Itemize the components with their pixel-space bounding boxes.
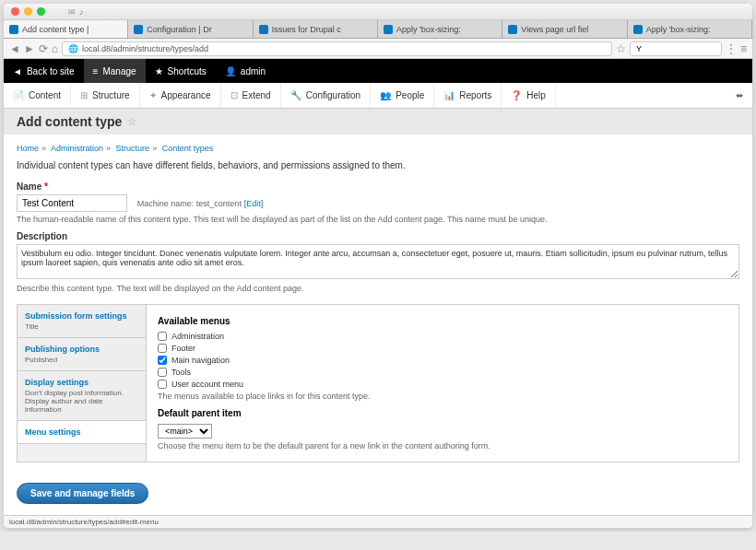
checkbox-label: User account menu xyxy=(171,380,243,389)
wrench-icon: 🔧 xyxy=(290,90,301,100)
drupal-icon xyxy=(633,25,643,34)
browser-tab[interactable]: Configuration | Dr xyxy=(128,20,253,38)
available-menus-title: Available menus xyxy=(158,316,727,326)
breadcrumb-link[interactable]: Administration xyxy=(51,144,103,153)
vtab-publishing[interactable]: Publishing optionsPublished xyxy=(18,338,146,371)
save-button[interactable]: Save and manage fields xyxy=(17,483,148,504)
shortcuts-button[interactable]: ★Shortcuts xyxy=(146,59,216,83)
description-help: Describe this content type. The text wil… xyxy=(17,284,739,293)
wand-icon: ✦ xyxy=(149,90,157,100)
browser-tab[interactable]: Issues for Drupal c xyxy=(254,20,378,38)
browser-tab[interactable]: Views page url fiel xyxy=(502,20,627,38)
forward-icon[interactable]: ► xyxy=(24,42,35,55)
name-input[interactable] xyxy=(17,194,127,212)
checkbox-label: Administration xyxy=(171,332,224,341)
browser-tab[interactable]: Apply 'box-sizing: xyxy=(378,20,502,38)
breadcrumb-link[interactable]: Structure xyxy=(116,144,150,153)
home-icon[interactable]: ⌂ xyxy=(52,42,58,55)
checkbox-label: Tools xyxy=(171,368,191,377)
menu-checkbox-main-nav[interactable] xyxy=(158,356,167,365)
menu-appearance[interactable]: ✦Appearance xyxy=(140,83,221,108)
menu-reports[interactable]: 📊Reports xyxy=(434,83,502,108)
status-bar: local.d8/admin/structure/types/add#edit-… xyxy=(4,515,752,528)
minimize-window-icon[interactable] xyxy=(24,7,32,16)
menu-structure[interactable]: ⊞Structure xyxy=(71,83,140,108)
breadcrumb-link[interactable]: Home xyxy=(17,144,39,153)
user-icon: 👤 xyxy=(225,66,236,76)
help-icon: ❓ xyxy=(511,90,522,100)
menu-checkbox-tools[interactable] xyxy=(158,368,167,377)
drupal-icon xyxy=(9,25,18,34)
admin-menu: 📄Content ⊞Structure ✦Appearance ⊡Extend … xyxy=(4,83,752,109)
back-to-site-button[interactable]: ◄Back to site xyxy=(4,59,84,83)
drupal-icon xyxy=(259,25,268,34)
vtab-menu[interactable]: Menu settings xyxy=(18,421,146,444)
file-icon: 📄 xyxy=(13,90,24,100)
url-input[interactable]: 🌐local.d8/admin/structure/types/add xyxy=(62,41,612,56)
reload-icon[interactable]: ⟳ xyxy=(39,42,48,55)
favorite-icon[interactable]: ☆ xyxy=(127,115,137,128)
drupal-icon xyxy=(508,25,517,34)
globe-icon: 🌐 xyxy=(68,44,78,53)
description-label: Description xyxy=(17,231,739,241)
menu-icon[interactable]: ⋮ xyxy=(726,42,737,55)
vtab-submission-form[interactable]: Submission form settingsTitle xyxy=(18,305,146,338)
menu-extend[interactable]: ⊡Extend xyxy=(221,83,281,108)
name-help: The human-readable name of this content … xyxy=(17,215,739,224)
parent-label: Default parent item xyxy=(158,408,727,418)
manage-button[interactable]: ≡Manage xyxy=(84,59,146,83)
menus-help: The menus available to place links in fo… xyxy=(158,392,727,401)
chart-icon: 📊 xyxy=(443,90,455,100)
puzzle-icon: ⊡ xyxy=(230,90,238,100)
menu-checkbox-user-account[interactable] xyxy=(158,380,167,389)
back-icon[interactable]: ◄ xyxy=(9,42,20,55)
intro-text: Individual content types can have differ… xyxy=(17,160,739,170)
admin-toolbar: ◄Back to site ≡Manage ★Shortcuts 👤admin xyxy=(4,59,752,83)
toolbar-icon: ♪ xyxy=(79,7,84,17)
parent-help: Choose the menu item to be the default p… xyxy=(158,441,727,451)
menu-people[interactable]: 👥People xyxy=(371,83,434,108)
browser-tab[interactable]: Apply 'box-sizing: xyxy=(628,20,752,38)
vtab-display[interactable]: Display settingsDon't display post infor… xyxy=(18,371,146,421)
user-button[interactable]: 👤admin xyxy=(216,59,275,83)
bookmark-icon[interactable]: ☆ xyxy=(616,42,626,55)
name-label: Name * xyxy=(17,181,739,192)
structure-icon: ⊞ xyxy=(80,90,88,100)
menu-help[interactable]: ❓Help xyxy=(502,83,556,108)
maximize-window-icon[interactable] xyxy=(37,7,45,16)
back-arrow-icon: ◄ xyxy=(13,66,22,76)
drupal-icon xyxy=(134,25,143,34)
description-input[interactable] xyxy=(17,244,739,279)
star-icon: ★ xyxy=(155,66,163,76)
window-titlebar: ✉♪ xyxy=(4,4,752,20)
browser-tabs: Add content type | Configuration | Dr Is… xyxy=(4,20,752,39)
menu-icon[interactable]: ≡ xyxy=(740,42,747,55)
parent-select[interactable]: <main> xyxy=(158,424,212,439)
breadcrumb-link[interactable]: Content types xyxy=(162,144,214,153)
search-input[interactable]: Y xyxy=(630,41,722,56)
menu-checkbox-footer[interactable] xyxy=(158,344,167,353)
edit-machine-name-link[interactable]: [Edit] xyxy=(244,199,264,208)
close-window-icon[interactable] xyxy=(11,7,19,16)
menu-configuration[interactable]: 🔧Configuration xyxy=(281,83,371,108)
drupal-icon xyxy=(384,25,393,34)
checkbox-label: Footer xyxy=(171,344,195,353)
people-icon: 👥 xyxy=(380,90,391,100)
machine-name: Machine name: test_content xyxy=(137,199,242,208)
address-bar: ◄ ► ⟳ ⌂ 🌐local.d8/admin/structure/types/… xyxy=(4,39,752,59)
checkbox-label: Main navigation xyxy=(171,356,230,365)
hamburger-icon: ≡ xyxy=(93,66,99,76)
browser-tab[interactable]: Add content type | xyxy=(4,20,128,38)
breadcrumb: Home» Administration» Structure» Content… xyxy=(17,144,739,153)
vertical-tabs: Submission form settingsTitle Publishing… xyxy=(17,304,739,462)
toolbar-icon: ✉ xyxy=(68,7,76,17)
collapse-icon[interactable]: ⬌ xyxy=(726,90,752,100)
menu-checkbox-administration[interactable] xyxy=(158,332,167,341)
page-title: Add content type ☆ xyxy=(4,109,752,135)
menu-content[interactable]: 📄Content xyxy=(4,83,71,108)
